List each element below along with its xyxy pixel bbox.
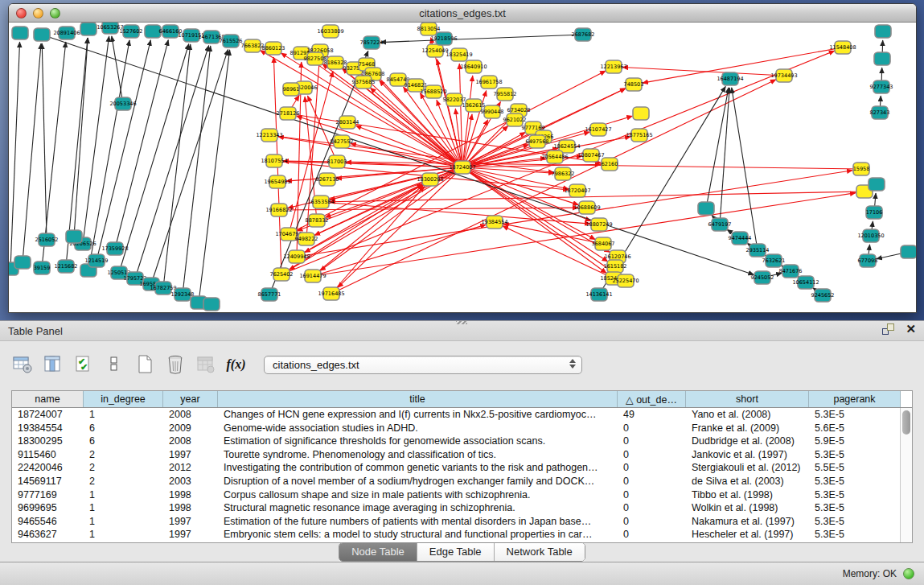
graph-edge[interactable] — [42, 35, 754, 274]
vertical-scrollbar[interactable] — [900, 408, 912, 542]
graph-node-label: 18107554 — [261, 158, 287, 164]
new-document-icon[interactable] — [133, 354, 155, 376]
delete-trash-icon[interactable] — [164, 354, 186, 376]
graph-edge[interactable] — [380, 35, 583, 43]
table-row[interactable]: 946554611997Estimation of the future num… — [12, 515, 912, 529]
graph-node-label: 12254049 — [421, 47, 448, 54]
window-titlebar[interactable]: citations_edges.txt — [9, 4, 916, 23]
graph-node[interactable] — [66, 230, 82, 243]
tab-network-table[interactable]: Network Table — [495, 543, 585, 561]
graph-edge[interactable] — [23, 43, 41, 262]
graph-edge[interactable] — [283, 161, 861, 169]
graph-edge[interactable] — [355, 126, 462, 167]
table-cell: 1997 — [163, 528, 218, 542]
table-row[interactable]: 969969511998Structural magnetic resonanc… — [12, 501, 912, 515]
tab-edge-table[interactable]: Edge Table — [417, 543, 495, 561]
graph-node[interactable] — [875, 25, 891, 38]
table-cell: Tibbo et al. (1998) — [686, 488, 809, 502]
table-cell: Estimation of significance thresholds fo… — [218, 435, 618, 448]
table-cell: 9777169 — [12, 488, 84, 502]
graph-edge[interactable] — [331, 186, 425, 294]
graph-node[interactable] — [901, 245, 916, 258]
graph-node[interactable] — [874, 52, 890, 65]
table-cell: 5.5E-5 — [809, 461, 901, 475]
graph-node[interactable] — [633, 107, 649, 120]
graph-node[interactable] — [698, 202, 714, 215]
graph-node-label: 2935114 — [746, 247, 770, 253]
table-row[interactable]: 946362711997Embryonic stem cells: a mode… — [12, 528, 912, 542]
graph-node-label: 3684067 — [592, 241, 615, 247]
table-cell: 5.6E-5 — [809, 422, 901, 435]
function-icon[interactable]: f(x) — [225, 354, 247, 376]
column-header-title[interactable]: title — [218, 391, 618, 407]
network-view[interactable]: 1872400718300295193845542242004676638228… — [9, 23, 916, 312]
graph-edge[interactable] — [119, 44, 189, 273]
column-header-pagerank[interactable]: pagerank — [809, 391, 901, 407]
graph-edge[interactable] — [10, 42, 20, 269]
scrollbar-thumb[interactable] — [902, 410, 910, 435]
graph-node[interactable] — [203, 298, 220, 311]
close-panel-icon[interactable]: ✕ — [906, 323, 916, 335]
table-import-checks-icon[interactable]: ✔✔ — [72, 354, 94, 376]
table-cell: de Silva et al. (2003) — [686, 475, 809, 488]
table-cell: 5.3E-5 — [809, 515, 901, 529]
table-cell: Genome-wide association studies in ADHD. — [218, 422, 618, 435]
table-panel-title: Table Panel — [8, 325, 63, 337]
graph-node-label: 12213967 — [600, 64, 626, 70]
float-panel-icon[interactable] — [882, 323, 894, 335]
graph-node-label: 19654985 — [264, 179, 290, 185]
table-selector-dropdown[interactable]: citations_edges.txt — [264, 356, 582, 374]
graph-node-label: 19716485 — [318, 290, 344, 297]
column-header-out_de[interactable]: △ out_de… — [618, 391, 686, 407]
graph-node-label: 9146821 — [405, 82, 428, 89]
graph-node[interactable] — [12, 27, 28, 39]
table-cell: 0 — [618, 461, 686, 475]
table-settings-icon[interactable] — [11, 354, 33, 376]
table-row[interactable]: 1938455462009Genome-wide association stu… — [12, 422, 912, 435]
table-cell: 22420046 — [12, 461, 84, 475]
graph-node-label: 7632621 — [762, 257, 786, 264]
column-header-short[interactable]: short — [686, 391, 809, 407]
graph-node[interactable] — [14, 256, 31, 269]
graph-edge[interactable] — [112, 36, 123, 104]
graph-node-label: 7955812 — [494, 91, 517, 97]
graph-edge[interactable] — [83, 36, 109, 244]
table-cell: 0 — [618, 448, 686, 462]
table-row[interactable]: 911546021997Tourette syndrome. Phenomeno… — [12, 448, 912, 462]
graph-node-label: 9277343 — [870, 84, 893, 90]
graph-edge[interactable] — [115, 40, 168, 249]
graph-node-label: 14136141 — [585, 291, 612, 298]
tab-node-table[interactable]: Node Table — [339, 543, 417, 561]
splitter-grip[interactable] — [456, 320, 467, 324]
table-row[interactable]: 1456911722003Disruption of a novel membe… — [12, 475, 912, 488]
column-header-year[interactable]: year — [163, 391, 218, 407]
graph-node[interactable] — [80, 23, 97, 35]
graph-node-label: 9990448 — [481, 109, 504, 115]
graph-edge[interactable] — [732, 88, 758, 250]
graph-node[interactable] — [869, 178, 885, 191]
graph-edge[interactable] — [74, 38, 88, 237]
graph-node-label: 748503 — [624, 81, 644, 88]
graph-edge[interactable] — [622, 68, 784, 76]
table-row[interactable]: 977716911998Corpus callosum shape and si… — [12, 488, 912, 502]
table-cell: 0 — [618, 422, 686, 435]
graph-node-label: 19384554 — [481, 219, 507, 225]
column-header-name[interactable]: name — [12, 391, 84, 407]
graph-edge[interactable] — [163, 44, 191, 288]
graph-edge[interactable] — [199, 50, 230, 303]
table-row[interactable]: 1872400712008Changes of HCN gene express… — [12, 408, 912, 422]
svg-text:✔: ✔ — [80, 362, 88, 372]
graph-edge[interactable] — [297, 171, 852, 257]
graph-node-label: 18775165 — [626, 132, 652, 138]
graph-node-label: 677098 — [858, 257, 878, 264]
graph-edge[interactable] — [88, 40, 129, 270]
graph-edge[interactable] — [42, 43, 47, 240]
table-row[interactable]: 2242004622012Investigating the contribut… — [12, 461, 912, 475]
table-panel: Table Panel ✕ ✔✔ f(x) cit — [0, 320, 924, 562]
graph-edge[interactable] — [320, 167, 462, 271]
graph-node[interactable] — [34, 28, 50, 41]
rows-icon[interactable] — [103, 354, 125, 376]
table-columns-icon[interactable] — [42, 354, 64, 376]
column-header-in_degree[interactable]: in_degree — [84, 391, 163, 407]
table-row[interactable]: 1830029562008Estimation of significance … — [12, 435, 912, 448]
